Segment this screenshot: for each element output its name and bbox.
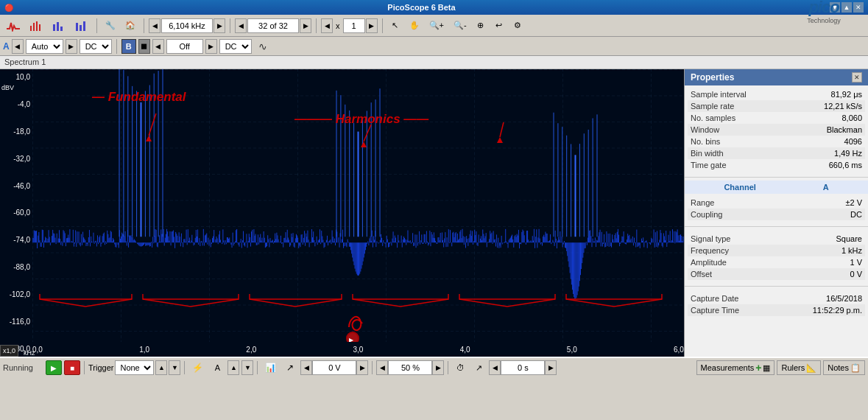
spectrum-label: Spectrum 1	[0, 56, 868, 69]
status-icon3[interactable]: ↗	[282, 360, 298, 375]
channel-b-indicator[interactable]: ◼	[138, 39, 150, 54]
svg-rect-7	[76, 23, 78, 31]
tool-cursor-pan[interactable]: ✋	[406, 17, 423, 35]
svg-rect-5	[57, 22, 59, 31]
status-a-btn[interactable]: A	[209, 360, 225, 375]
svg-rect-1	[33, 23, 35, 31]
time-icon2[interactable]: ↗	[470, 360, 487, 375]
measurements-grid-icon: ▦	[763, 363, 770, 373]
trigger-label: Trigger	[88, 363, 113, 372]
channel-col-label: Channel	[724, 183, 755, 192]
time-icon[interactable]: ⏱	[452, 360, 468, 375]
stop-icon: ■	[70, 364, 74, 372]
tool-house[interactable]: 🏠	[121, 17, 139, 35]
x-label-1: 1,0	[139, 346, 149, 354]
y-axis: 10,0 -4,0 -18,0 -32,0 -46,0 -60,0 -74,0 …	[0, 69, 32, 357]
mult-next[interactable]: ▶	[366, 18, 378, 33]
wave-icon[interactable]: ∿	[258, 41, 267, 52]
freq-next[interactable]: ▶	[214, 18, 225, 33]
pico-text: pico	[808, 0, 839, 17]
channel-a-coupling[interactable]: DC	[80, 39, 112, 54]
title-bar: 🔴 PicoScope 6 Beta ▼ ▲ ✕	[0, 0, 868, 15]
tool-cursor-arrow[interactable]: ↖	[387, 17, 403, 35]
play-button[interactable]: ▶	[46, 360, 62, 375]
tool-settings[interactable]: ⚙	[509, 17, 526, 35]
channel-b-coupling[interactable]: DC	[219, 39, 252, 54]
tool-spectrum[interactable]	[26, 17, 46, 35]
channel-a-range[interactable]: Auto	[26, 39, 63, 54]
percent-prev[interactable]: ◀	[376, 360, 388, 375]
svg-rect-4	[53, 24, 55, 31]
channel-b-btn[interactable]: B	[121, 39, 136, 54]
freq-nav: ◀ 6,104 kHz ▶	[149, 18, 225, 33]
measurements-button[interactable]: Measurements + ▦	[696, 360, 775, 375]
rulers-button[interactable]: Rulers 📐	[777, 360, 821, 375]
channel-a-next[interactable]: ▶	[66, 39, 77, 54]
tool-zoom-in[interactable]: 🔍+	[426, 17, 448, 35]
rulers-icon: 📐	[806, 363, 816, 373]
prop-window: Window Blackman	[688, 124, 865, 136]
svg-rect-6	[60, 27, 63, 31]
channel-b-prev[interactable]: ◀	[152, 39, 164, 54]
status-icon2[interactable]: 📊	[261, 360, 280, 375]
buf-value: 32 of 32	[247, 18, 299, 33]
prop-coupling: Coupling DC	[688, 209, 865, 220]
harmonics-annotation: ——— Harmonics ——	[294, 112, 428, 127]
status-a-down[interactable]: ▼	[241, 360, 253, 375]
sep4	[316, 18, 317, 33]
tool-undo[interactable]: ↩	[491, 17, 507, 35]
channel-bar: A ◀ Auto ▶ DC B ◼ ◀ Off ▶ DC ∿	[0, 37, 868, 56]
status-sep1	[84, 361, 85, 374]
trigger-down[interactable]: ▼	[169, 360, 180, 375]
measurements-plus-icon: +	[755, 362, 761, 374]
y-label-4: -46,0	[0, 182, 32, 190]
channel-a-prev[interactable]: ◀	[12, 39, 24, 54]
voltage-next[interactable]: ▶	[356, 360, 368, 375]
svg-rect-0	[30, 26, 32, 31]
main-area: 10,0 -4,0 -18,0 -32,0 -46,0 -60,0 -74,0 …	[0, 69, 868, 357]
sep5	[382, 18, 383, 33]
time-nav: ◀ 0 s ▶	[489, 360, 557, 375]
stop-button[interactable]: ■	[64, 360, 80, 375]
status-a-up[interactable]: ▲	[227, 360, 239, 375]
notes-label: Notes	[828, 363, 849, 372]
tool-zoom-sel[interactable]: ⊕	[473, 17, 489, 35]
prop-capture-time: Capture Time 11:52:29 p.m.	[688, 304, 865, 316]
voltage-value: 0 V	[312, 360, 356, 375]
x-label-2: 2,0	[246, 346, 256, 354]
buf-prev[interactable]: ◀	[235, 18, 247, 33]
mult-prev[interactable]: ◀	[321, 18, 333, 33]
time-prev[interactable]: ◀	[489, 360, 501, 375]
tool-bar-chart2[interactable]	[71, 17, 92, 35]
voltage-prev[interactable]: ◀	[300, 360, 312, 375]
channel-b-next[interactable]: ▶	[205, 39, 217, 54]
spectrum-chart: ▶	[32, 69, 684, 342]
percent-next[interactable]: ▶	[432, 360, 444, 375]
time-next[interactable]: ▶	[545, 360, 557, 375]
trigger-select[interactable]: None	[115, 360, 154, 375]
tool-zoom-out[interactable]: 🔍-	[450, 17, 470, 35]
trigger-up[interactable]: ▲	[155, 360, 167, 375]
buf-next[interactable]: ▶	[300, 18, 311, 33]
capture-table: Capture Date 16/5/2018 Capture Time 11:5…	[685, 290, 868, 319]
svg-rect-2	[36, 21, 38, 31]
tool-waveform[interactable]	[3, 17, 24, 35]
y-label-5: -60,0	[0, 209, 32, 217]
signal-table: Signal type Square Frequency 1 kHz Ampli…	[685, 230, 868, 283]
divider1	[685, 177, 868, 178]
x-label-5: 5,0	[567, 346, 577, 354]
prop-no-samples: No. samples 8,060	[688, 112, 865, 124]
properties-table: Sample interval 81,92 μs Sample rate 12,…	[685, 85, 868, 174]
sep1	[96, 18, 97, 33]
tool-bar-chart[interactable]	[49, 17, 69, 35]
y-label-0: 10,0	[0, 73, 32, 81]
properties-close[interactable]: ✕	[852, 72, 862, 83]
freq-prev[interactable]: ◀	[149, 18, 160, 33]
status-icon1[interactable]: ⚡	[188, 360, 207, 375]
tool-wrench[interactable]: 🔧	[102, 17, 119, 35]
notes-button[interactable]: Notes 📋	[823, 360, 865, 375]
channel-table: Range ±2 V Coupling DC	[685, 194, 868, 223]
prop-amplitude: Amplitude 1 V	[688, 256, 865, 268]
y-label-9: -116,0	[0, 318, 32, 326]
trigger-group: Trigger None ▲ ▼	[88, 360, 180, 375]
